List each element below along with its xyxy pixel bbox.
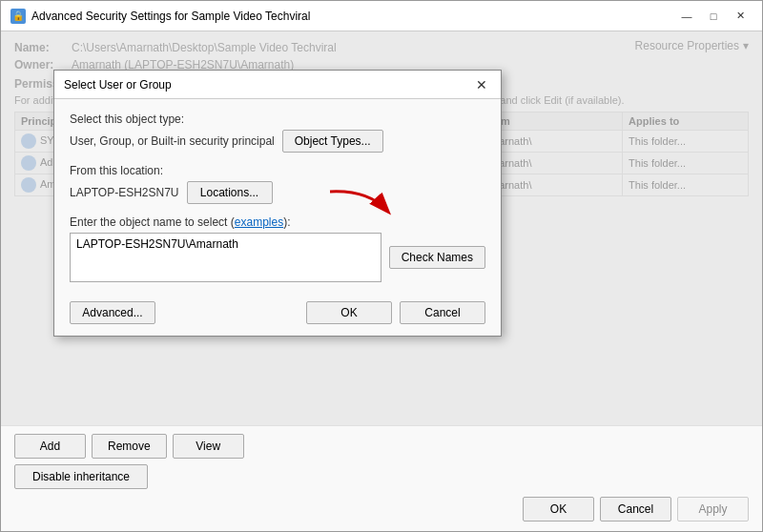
title-bar-left: 🔒 Advanced Security Settings for Sample …	[10, 9, 310, 24]
location-value: LAPTOP-ESH2SN7U	[70, 186, 179, 199]
object-type-value: User, Group, or Built-in security princi…	[70, 134, 275, 148]
object-type-section: Select this object type: User, Group, or…	[70, 113, 485, 153]
dialog-close-button[interactable]: ✕	[472, 75, 491, 94]
window-title: Advanced Security Settings for Sample Vi…	[31, 10, 310, 23]
dialog-title: Select User or Group	[64, 78, 172, 92]
title-bar-controls: — □ ✕	[674, 7, 753, 26]
add-button[interactable]: Add	[14, 434, 86, 459]
dialog-footer: Advanced... OK Cancel	[70, 294, 485, 324]
bottom-bar: Add Remove View Disable inheritance OK C…	[1, 425, 762, 531]
advanced-button[interactable]: Advanced...	[70, 301, 155, 324]
location-row: LAPTOP-ESH2SN7U Locations...	[70, 181, 485, 204]
dialog-body: Select this object type: User, Group, or…	[54, 99, 501, 336]
examples-link[interactable]: examples	[235, 215, 283, 229]
location-section: From this location: LAPTOP-ESH2SN7U Loca…	[70, 164, 485, 204]
location-label: From this location:	[70, 164, 485, 177]
disable-inheritance-button[interactable]: Disable inheritance	[14, 464, 148, 489]
view-button[interactable]: View	[173, 434, 244, 459]
bottom-action-buttons: Add Remove View	[14, 434, 749, 459]
select-user-group-dialog: Select User or Group ✕ Select this objec…	[53, 70, 502, 337]
object-type-label: Select this object type:	[70, 113, 485, 126]
minimize-button[interactable]: —	[674, 7, 699, 26]
enter-name-label: Enter the object name to select (example…	[70, 215, 485, 229]
dialog-cancel-button[interactable]: Cancel	[400, 301, 485, 324]
dialog-title-bar: Select User or Group ✕	[54, 71, 501, 99]
maximize-button[interactable]: □	[701, 7, 726, 26]
object-type-row: User, Group, or Built-in security princi…	[70, 130, 485, 153]
check-names-button[interactable]: Check Names	[389, 246, 485, 269]
dialog-ok-button[interactable]: OK	[306, 301, 392, 324]
object-name-input[interactable]: LAPTOP-ESH2SN7U\Amarnath	[70, 233, 382, 282]
remove-button[interactable]: Remove	[92, 434, 167, 459]
object-name-row: LAPTOP-ESH2SN7U\Amarnath Check Names	[70, 233, 485, 282]
dialog-footer-right: OK Cancel	[306, 301, 485, 324]
window-icon: 🔒	[10, 9, 26, 24]
object-types-button[interactable]: Object Types...	[282, 130, 383, 153]
main-window: 🔒 Advanced Security Settings for Sample …	[0, 0, 763, 532]
apply-button[interactable]: Apply	[677, 497, 749, 522]
locations-button[interactable]: Locations...	[187, 181, 273, 204]
bottom-dialog-buttons: OK Cancel Apply	[14, 497, 749, 522]
close-button[interactable]: ✕	[728, 7, 753, 26]
check-names-container: Check Names	[389, 246, 485, 269]
main-content: Resource Properties ▾ Name: C:\Users\Ama…	[1, 31, 762, 425]
ok-button[interactable]: OK	[523, 497, 594, 522]
object-name-section: Enter the object name to select (example…	[70, 215, 485, 282]
cancel-button[interactable]: Cancel	[600, 497, 671, 522]
title-bar: 🔒 Advanced Security Settings for Sample …	[1, 1, 762, 31]
